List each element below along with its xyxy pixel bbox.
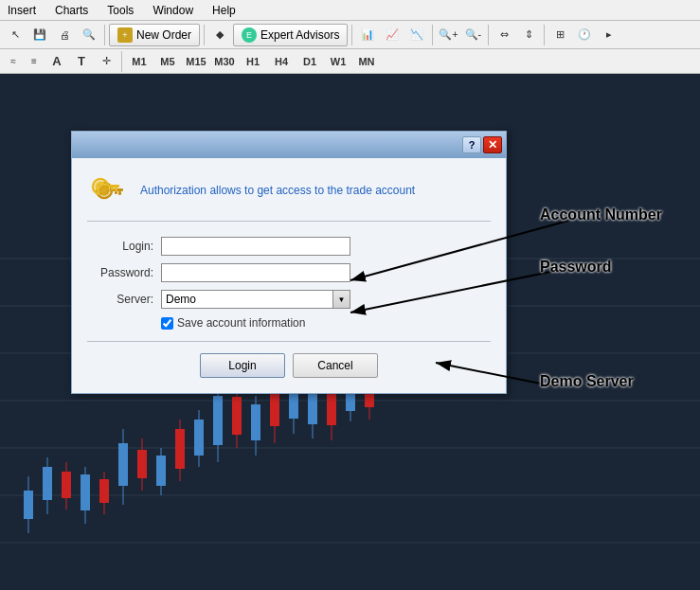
svg-rect-16 bbox=[99, 479, 109, 503]
menu-tools[interactable]: Tools bbox=[103, 2, 137, 19]
tb-zoom-out-btn[interactable]: 🔍- bbox=[461, 24, 484, 46]
menu-window[interactable]: Window bbox=[149, 2, 197, 19]
dialog-help-button[interactable]: ? bbox=[462, 136, 481, 153]
tb-chart2-btn[interactable]: 📈 bbox=[381, 24, 404, 46]
dialog-header: Authorization allows to get access to th… bbox=[87, 170, 491, 222]
login-label: Login: bbox=[87, 240, 153, 253]
menu-charts[interactable]: Charts bbox=[51, 2, 92, 19]
toolbar-separator-3 bbox=[351, 25, 352, 45]
svg-rect-24 bbox=[175, 429, 185, 469]
login-button[interactable]: Login bbox=[200, 353, 285, 378]
toolbar-main: ↖ 💾 🖨 🔍 + New Order ◆ E Expert Advisors … bbox=[0, 21, 700, 49]
tb-arrow-btn[interactable]: ↖ bbox=[4, 24, 27, 46]
tb-clock-btn[interactable]: 🕐 bbox=[573, 24, 596, 46]
toolbar-separator-5 bbox=[488, 25, 489, 45]
tb-save-btn[interactable]: 💾 bbox=[28, 24, 51, 46]
tb-zoom-in-btn[interactable]: 🔍+ bbox=[437, 24, 459, 46]
tb-zoom-btn[interactable]: 🔍 bbox=[78, 24, 100, 46]
svg-rect-22 bbox=[156, 456, 166, 486]
svg-rect-20 bbox=[137, 450, 147, 478]
tf-m15[interactable]: M15 bbox=[183, 52, 209, 71]
save-info-row: Save account information bbox=[161, 316, 491, 330]
expert-advisors-icon: E bbox=[242, 27, 257, 43]
svg-point-56 bbox=[99, 185, 110, 196]
tb-indicator-btn[interactable]: ≈ bbox=[4, 50, 23, 73]
toolbar-separator-1 bbox=[104, 25, 105, 45]
dialog-buttons: Login Cancel bbox=[87, 353, 491, 378]
svg-rect-14 bbox=[81, 474, 90, 510]
svg-rect-49 bbox=[115, 191, 117, 194]
svg-rect-18 bbox=[118, 443, 128, 486]
tb-grid-btn[interactable]: ⊞ bbox=[548, 24, 571, 46]
password-annotation: Password bbox=[540, 259, 612, 276]
toolbar-separator-6 bbox=[544, 25, 545, 45]
login-row: Login: bbox=[87, 237, 491, 256]
password-row: Password: bbox=[87, 263, 491, 282]
tb-scale1-btn[interactable]: ⇔ bbox=[493, 24, 515, 46]
menu-bar: Insert Charts Tools Window Help bbox=[0, 0, 700, 21]
toolbar-separator-4 bbox=[432, 25, 433, 45]
dialog-description: Authorization allows to get access to th… bbox=[140, 184, 415, 197]
tf-d1[interactable]: D1 bbox=[296, 52, 323, 71]
server-row: Server: Demo ▼ bbox=[87, 290, 491, 309]
server-select-arrow[interactable]: ▼ bbox=[332, 291, 350, 308]
demo-server-annotation: Demo Server bbox=[540, 373, 634, 390]
save-info-checkbox[interactable] bbox=[161, 317, 173, 330]
svg-rect-28 bbox=[213, 396, 223, 445]
svg-rect-54 bbox=[111, 188, 114, 190]
tb-more-btn[interactable]: ▸ bbox=[598, 24, 620, 46]
tb-t-btn[interactable]: T bbox=[70, 50, 93, 73]
login-input[interactable] bbox=[161, 237, 350, 256]
menu-help[interactable]: Help bbox=[208, 2, 240, 19]
svg-rect-30 bbox=[232, 397, 242, 435]
tf-m30[interactable]: M30 bbox=[211, 52, 238, 71]
server-select-value: Demo bbox=[162, 293, 332, 306]
new-order-button[interactable]: + New Order bbox=[109, 24, 200, 46]
password-input[interactable] bbox=[161, 263, 350, 282]
toolbar-timeframes: ≈ ≡ A T ✛ M1 M5 M15 M30 H1 H4 D1 W1 MN bbox=[0, 49, 700, 74]
svg-rect-8 bbox=[24, 491, 33, 519]
tb-chart3-btn[interactable]: 📉 bbox=[405, 24, 428, 46]
new-order-label: New Order bbox=[136, 28, 191, 42]
svg-rect-12 bbox=[62, 472, 71, 498]
tb-chart1-btn[interactable]: 📊 bbox=[356, 24, 379, 46]
svg-rect-32 bbox=[251, 404, 260, 440]
svg-rect-10 bbox=[43, 467, 52, 500]
tf-m5[interactable]: M5 bbox=[154, 52, 181, 71]
login-dialog: ? ✕ bbox=[71, 131, 507, 394]
tf-m1[interactable]: M1 bbox=[126, 52, 153, 71]
menu-insert[interactable]: Insert bbox=[4, 2, 40, 19]
tb-diamond-btn[interactable]: ◆ bbox=[208, 24, 231, 46]
expert-advisors-label: Expert Advisors bbox=[260, 28, 339, 42]
dialog-titlebar: ? ✕ bbox=[72, 132, 506, 158]
keys-icon bbox=[87, 170, 129, 211]
svg-rect-53 bbox=[115, 188, 117, 191]
expert-advisors-button[interactable]: E Expert Advisors bbox=[233, 24, 348, 46]
server-select[interactable]: Demo ▼ bbox=[161, 290, 350, 309]
tb-a-btn[interactable]: A bbox=[45, 50, 68, 73]
tb-print-btn[interactable]: 🖨 bbox=[53, 24, 76, 46]
dialog-close-button[interactable]: ✕ bbox=[483, 136, 502, 153]
svg-rect-26 bbox=[194, 420, 204, 456]
tb-crosshair-btn[interactable]: ✛ bbox=[95, 50, 117, 73]
cancel-button[interactable]: Cancel bbox=[293, 353, 378, 378]
svg-rect-48 bbox=[118, 191, 121, 195]
tb-lines-btn[interactable]: ≡ bbox=[25, 50, 44, 73]
tf-h1[interactable]: H1 bbox=[240, 52, 266, 71]
tb-scale2-btn[interactable]: ⇕ bbox=[517, 24, 540, 46]
password-label: Password: bbox=[87, 266, 153, 279]
tf-w1[interactable]: W1 bbox=[325, 52, 351, 71]
tf-h4[interactable]: H4 bbox=[268, 52, 295, 71]
tf-mn[interactable]: MN bbox=[353, 52, 380, 71]
svg-rect-40 bbox=[327, 389, 336, 425]
toolbar-separator-tf bbox=[121, 51, 122, 72]
new-order-icon: + bbox=[117, 27, 133, 43]
save-info-label: Save account information bbox=[177, 316, 305, 330]
server-label: Server: bbox=[87, 293, 153, 306]
dialog-divider bbox=[87, 341, 491, 342]
toolbar-separator-2 bbox=[204, 25, 205, 45]
chart-area: ? ✕ bbox=[0, 74, 700, 590]
account-number-annotation: Account Number bbox=[540, 206, 662, 223]
dialog-content: Authorization allows to get access to th… bbox=[72, 158, 506, 393]
